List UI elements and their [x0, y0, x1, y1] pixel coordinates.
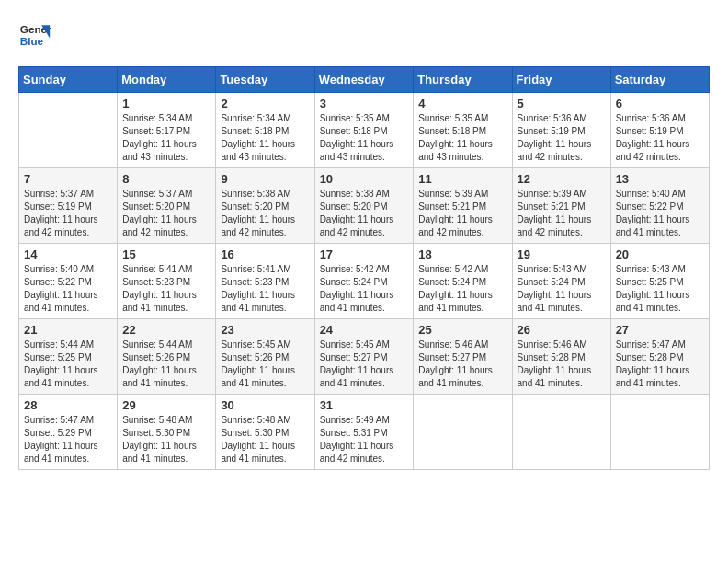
day-number: 19	[518, 247, 606, 261]
day-header-wednesday: Wednesday	[314, 67, 414, 93]
calendar-week-1: 1Sunrise: 5:34 AMSunset: 5:17 PMDaylight…	[19, 93, 710, 168]
day-header-tuesday: Tuesday	[216, 67, 314, 93]
calendar-header-row: SundayMondayTuesdayWednesdayThursdayFrid…	[19, 67, 710, 93]
day-info: Sunrise: 5:36 AMSunset: 5:19 PMDaylight:…	[616, 112, 704, 164]
day-info: Sunrise: 5:47 AMSunset: 5:29 PMDaylight:…	[24, 414, 112, 465]
day-header-sunday: Sunday	[19, 67, 118, 93]
day-number: 3	[320, 97, 409, 110]
day-info: Sunrise: 5:36 AMSunset: 5:19 PMDaylight:…	[518, 112, 606, 164]
calendar-cell: 15Sunrise: 5:41 AMSunset: 5:23 PMDayligh…	[118, 244, 216, 319]
calendar-cell: 22Sunrise: 5:44 AMSunset: 5:26 PMDayligh…	[118, 319, 216, 395]
day-number: 13	[616, 172, 704, 186]
calendar-cell: 29Sunrise: 5:48 AMSunset: 5:30 PMDayligh…	[118, 395, 216, 470]
day-number: 1	[122, 97, 210, 110]
day-number: 27	[616, 323, 704, 337]
day-number: 21	[24, 323, 112, 337]
day-info: Sunrise: 5:40 AMSunset: 5:22 PMDaylight:…	[24, 263, 112, 315]
calendar-cell: 21Sunrise: 5:44 AMSunset: 5:25 PMDayligh…	[19, 319, 118, 395]
calendar-cell: 8Sunrise: 5:37 AMSunset: 5:20 PMDaylight…	[118, 168, 216, 244]
calendar-cell: 16Sunrise: 5:41 AMSunset: 5:23 PMDayligh…	[216, 244, 314, 319]
calendar-cell: 20Sunrise: 5:43 AMSunset: 5:25 PMDayligh…	[610, 244, 709, 319]
day-info: Sunrise: 5:38 AMSunset: 5:20 PMDaylight:…	[320, 188, 409, 239]
day-info: Sunrise: 5:48 AMSunset: 5:30 PMDaylight:…	[221, 414, 309, 465]
day-info: Sunrise: 5:43 AMSunset: 5:25 PMDaylight:…	[616, 263, 704, 315]
day-number: 25	[418, 323, 506, 337]
calendar-cell: 5Sunrise: 5:36 AMSunset: 5:19 PMDaylight…	[512, 93, 610, 168]
day-info: Sunrise: 5:37 AMSunset: 5:20 PMDaylight:…	[122, 188, 210, 239]
calendar-cell: 3Sunrise: 5:35 AMSunset: 5:18 PMDaylight…	[314, 93, 414, 168]
calendar-cell: 9Sunrise: 5:38 AMSunset: 5:20 PMDaylight…	[216, 168, 314, 244]
calendar-cell	[610, 395, 709, 470]
day-number: 8	[122, 172, 210, 186]
calendar-cell: 7Sunrise: 5:37 AMSunset: 5:19 PMDaylight…	[19, 168, 118, 244]
day-number: 2	[221, 97, 309, 110]
day-number: 5	[518, 97, 606, 110]
calendar-cell: 19Sunrise: 5:43 AMSunset: 5:24 PMDayligh…	[512, 244, 610, 319]
calendar-cell: 4Sunrise: 5:35 AMSunset: 5:18 PMDaylight…	[414, 93, 512, 168]
calendar-cell: 26Sunrise: 5:46 AMSunset: 5:28 PMDayligh…	[512, 319, 610, 395]
calendar-cell: 17Sunrise: 5:42 AMSunset: 5:24 PMDayligh…	[314, 244, 414, 319]
day-header-monday: Monday	[118, 67, 216, 93]
day-info: Sunrise: 5:37 AMSunset: 5:19 PMDaylight:…	[24, 188, 112, 239]
day-info: Sunrise: 5:43 AMSunset: 5:24 PMDaylight:…	[518, 263, 606, 315]
day-number: 16	[221, 247, 309, 261]
day-info: Sunrise: 5:39 AMSunset: 5:21 PMDaylight:…	[418, 188, 506, 239]
day-number: 17	[320, 247, 409, 261]
calendar-cell: 14Sunrise: 5:40 AMSunset: 5:22 PMDayligh…	[19, 244, 118, 319]
day-info: Sunrise: 5:46 AMSunset: 5:27 PMDaylight:…	[418, 339, 506, 390]
day-info: Sunrise: 5:39 AMSunset: 5:21 PMDaylight:…	[518, 188, 606, 239]
logo: General Blue	[18, 18, 51, 52]
calendar-cell: 25Sunrise: 5:46 AMSunset: 5:27 PMDayligh…	[414, 319, 512, 395]
day-header-friday: Friday	[512, 67, 610, 93]
calendar-cell: 13Sunrise: 5:40 AMSunset: 5:22 PMDayligh…	[610, 168, 709, 244]
day-info: Sunrise: 5:34 AMSunset: 5:18 PMDaylight:…	[221, 112, 309, 164]
calendar-week-2: 7Sunrise: 5:37 AMSunset: 5:19 PMDaylight…	[19, 168, 710, 244]
calendar-table: SundayMondayTuesdayWednesdayThursdayFrid…	[18, 66, 710, 470]
calendar-week-4: 21Sunrise: 5:44 AMSunset: 5:25 PMDayligh…	[19, 319, 710, 395]
day-number: 4	[418, 97, 506, 110]
day-number: 11	[418, 172, 506, 186]
day-number: 24	[320, 323, 409, 337]
calendar-cell: 23Sunrise: 5:45 AMSunset: 5:26 PMDayligh…	[216, 319, 314, 395]
day-info: Sunrise: 5:46 AMSunset: 5:28 PMDaylight:…	[518, 339, 606, 390]
day-info: Sunrise: 5:34 AMSunset: 5:17 PMDaylight:…	[122, 112, 210, 164]
day-info: Sunrise: 5:45 AMSunset: 5:27 PMDaylight:…	[320, 339, 409, 390]
logo-icon: General Blue	[18, 18, 51, 52]
day-info: Sunrise: 5:44 AMSunset: 5:25 PMDaylight:…	[24, 339, 112, 390]
day-number: 31	[320, 398, 409, 412]
day-number: 7	[24, 172, 112, 186]
day-number: 26	[518, 323, 606, 337]
calendar-cell: 1Sunrise: 5:34 AMSunset: 5:17 PMDaylight…	[118, 93, 216, 168]
calendar-cell: 12Sunrise: 5:39 AMSunset: 5:21 PMDayligh…	[512, 168, 610, 244]
day-number: 29	[122, 398, 210, 412]
day-info: Sunrise: 5:47 AMSunset: 5:28 PMDaylight:…	[616, 339, 704, 390]
calendar-cell: 27Sunrise: 5:47 AMSunset: 5:28 PMDayligh…	[610, 319, 709, 395]
day-number: 22	[122, 323, 210, 337]
calendar-cell	[414, 395, 512, 470]
day-number: 15	[122, 247, 210, 261]
day-header-saturday: Saturday	[610, 67, 709, 93]
day-info: Sunrise: 5:49 AMSunset: 5:31 PMDaylight:…	[320, 414, 409, 465]
day-info: Sunrise: 5:48 AMSunset: 5:30 PMDaylight:…	[122, 414, 210, 465]
day-info: Sunrise: 5:42 AMSunset: 5:24 PMDaylight:…	[320, 263, 409, 315]
calendar-cell	[512, 395, 610, 470]
day-info: Sunrise: 5:41 AMSunset: 5:23 PMDaylight:…	[221, 263, 309, 315]
calendar-cell: 10Sunrise: 5:38 AMSunset: 5:20 PMDayligh…	[314, 168, 414, 244]
calendar-cell: 30Sunrise: 5:48 AMSunset: 5:30 PMDayligh…	[216, 395, 314, 470]
calendar-week-3: 14Sunrise: 5:40 AMSunset: 5:22 PMDayligh…	[19, 244, 710, 319]
day-number: 20	[616, 247, 704, 261]
day-info: Sunrise: 5:41 AMSunset: 5:23 PMDaylight:…	[122, 263, 210, 315]
day-number: 18	[418, 247, 506, 261]
calendar-cell: 28Sunrise: 5:47 AMSunset: 5:29 PMDayligh…	[19, 395, 118, 470]
day-info: Sunrise: 5:35 AMSunset: 5:18 PMDaylight:…	[418, 112, 506, 164]
day-number: 6	[616, 97, 704, 110]
day-number: 14	[24, 247, 112, 261]
page-header: General Blue	[18, 18, 710, 52]
day-number: 9	[221, 172, 309, 186]
calendar-cell: 24Sunrise: 5:45 AMSunset: 5:27 PMDayligh…	[314, 319, 414, 395]
calendar-cell: 11Sunrise: 5:39 AMSunset: 5:21 PMDayligh…	[414, 168, 512, 244]
day-header-thursday: Thursday	[414, 67, 512, 93]
day-info: Sunrise: 5:45 AMSunset: 5:26 PMDaylight:…	[221, 339, 309, 390]
day-number: 12	[518, 172, 606, 186]
svg-text:Blue: Blue	[20, 35, 44, 47]
